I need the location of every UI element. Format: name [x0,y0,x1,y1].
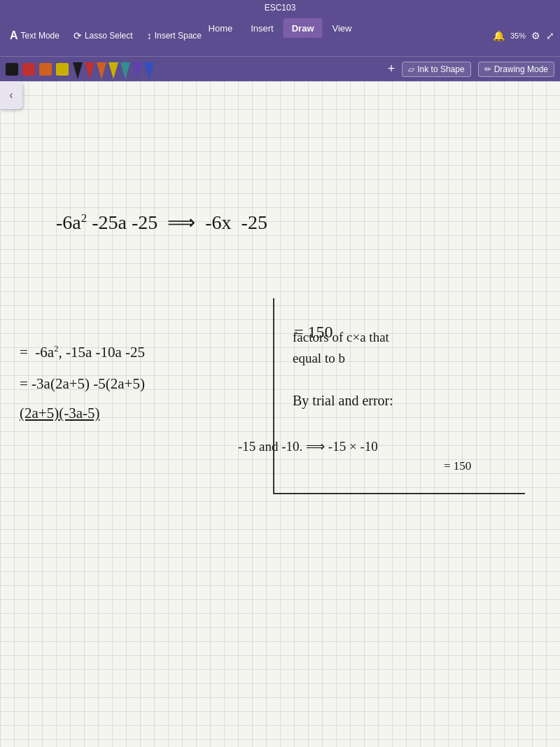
insert-space-button[interactable]: ↕ Insert Space [143,28,206,43]
drawing-mode-label: Drawing Mode [494,64,548,74]
drawing-mode-icon: ✏ [484,64,491,74]
notification-icon: 🔔 [493,30,505,41]
title-bar: ESC103 [0,0,560,15]
fullscreen-icon[interactable]: ⤢ [546,30,554,41]
nav-tabs: Home Insert Draw View [200,15,360,38]
left-tools: A Text Mode ⟳ Lasso Select ↕ Insert Spac… [6,27,206,44]
note-trial: By trial and error: [293,393,393,409]
text-mode-label: Text Mode [21,31,59,41]
math-content: -6a2 -25a -25 ⟹ -6x -25 = 150 = -6a2, -1… [0,81,560,747]
color-orange[interactable] [39,63,52,76]
toolbar: A Text Mode ⟳ Lasso Select ↕ Insert Spac… [0,15,560,56]
tab-view[interactable]: View [324,18,360,38]
tab-home[interactable]: Home [200,18,241,38]
ink-to-shape-button[interactable]: ▱ Ink to Shape [402,62,470,77]
insert-space-icon: ↕ [147,30,152,41]
settings-icon[interactable]: ⚙ [531,30,540,41]
app-title: ESC103 [265,3,296,13]
equation-main: -6a2 -25a -25 ⟹ -6x -25 [56,211,267,234]
pen-yellow[interactable] [108,62,118,79]
pen-orange[interactable] [97,62,106,79]
canvas-area[interactable]: -6a2 -25a -25 ⟹ -6x -25 = 150 = -6a2, -1… [0,81,560,747]
draw-right-actions: + ▱ Ink to Shape ✏ Drawing Mode [388,62,554,77]
tab-insert[interactable]: Insert [242,18,282,38]
note-values: -15 and -10. ⟹ -15 × -10 [238,438,378,454]
battery-status: 35% [510,32,526,40]
pen-red[interactable] [85,62,94,79]
note-result: = 150 [444,459,471,473]
drawing-mode-button[interactable]: ✏ Drawing Mode [478,62,554,77]
back-button[interactable]: ‹ [0,81,22,109]
pen-purple[interactable] [132,62,142,79]
pen-teal[interactable] [120,62,130,79]
ink-shape-icon: ▱ [408,64,414,74]
ink-to-shape-label: Ink to Shape [417,64,464,74]
step1: = -6a2, -15a -10a -25 [20,344,145,361]
step2: = -3a(2a+5) -5(2a+5) [20,375,145,393]
lasso-icon: ⟳ [74,30,82,41]
lasso-select-label: Lasso Select [85,31,133,41]
tab-draw[interactable]: Draw [284,18,323,38]
color-red[interactable] [22,63,35,76]
right-tools: 🔔 35% ⚙ ⤢ [493,30,554,41]
draw-toolbar: + ▱ Ink to Shape ✏ Drawing Mode [0,56,560,81]
step3: (2a+5)(-3a-5) [20,405,99,422]
text-mode-button[interactable]: A Text Mode [6,27,64,44]
lasso-select-button[interactable]: ⟳ Lasso Select [69,28,137,43]
color-black[interactable] [6,63,18,76]
pen-black[interactable] [73,62,83,79]
text-mode-icon: A [10,29,18,42]
note-factors1: factors of c×a that [293,330,389,345]
note-factors2: equal to b [293,351,345,366]
add-tool-button[interactable]: + [388,62,396,76]
back-icon: ‹ [9,89,13,102]
pen-blue[interactable] [144,62,154,79]
color-yellow[interactable] [56,63,69,76]
insert-space-label: Insert Space [155,31,202,41]
